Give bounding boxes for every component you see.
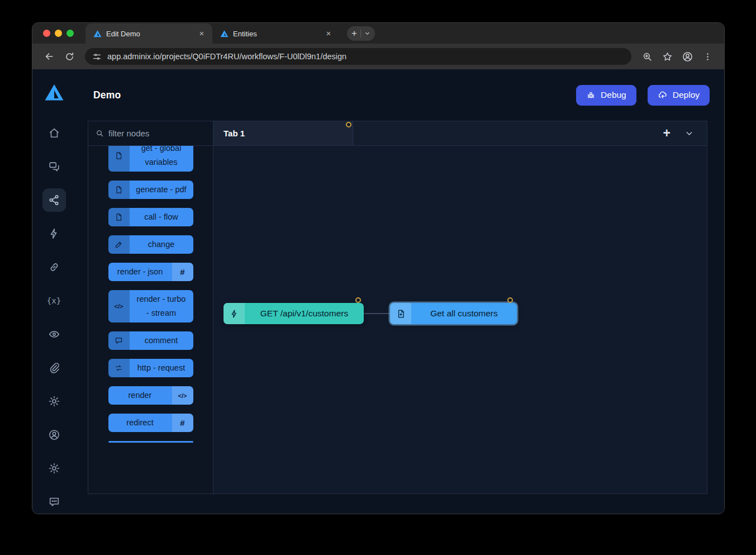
sidebar-item-home[interactable] (47, 126, 61, 140)
zoom-in-icon[interactable] (638, 48, 656, 65)
palette-node-redirect[interactable]: # redirect (108, 414, 193, 432)
sidebar-item-preferences[interactable] (47, 462, 61, 475)
bug-icon (586, 91, 596, 100)
sidebar-item-actions[interactable] (47, 227, 61, 240)
palette-node-label: render (108, 386, 172, 405)
tab-title: Entities (233, 30, 319, 38)
bookmark-star-icon[interactable] (658, 48, 676, 65)
add-canvas-tab-button[interactable]: + (663, 127, 671, 140)
palette-node-render-json[interactable]: # render - json (108, 263, 193, 281)
palette-node-change[interactable]: change (108, 235, 193, 254)
palette-clipped-node (108, 441, 193, 443)
code-icon: </> (108, 290, 130, 322)
palette-node-label: render - turbo - stream (130, 290, 193, 322)
back-button[interactable] (40, 48, 58, 65)
cloud-upload-icon (658, 90, 668, 100)
palette-node-render[interactable]: </> render (108, 386, 193, 405)
file-icon (108, 181, 130, 199)
adminix-favicon-icon (93, 30, 102, 38)
sidebar-item-settings[interactable] (47, 395, 61, 408)
sidebar-item-workflows[interactable] (42, 188, 66, 212)
workflow-editor-panel: get - global variables generate - pdf (88, 121, 707, 494)
palette-node-label: get - global variables (130, 146, 193, 172)
browser-toolbar: app.adminix.io/projects/Q0iFDTr4RU/workf… (32, 44, 724, 69)
palette-node-call-flow[interactable]: call - flow (108, 208, 193, 226)
site-settings-icon[interactable] (92, 52, 102, 61)
canvas-node-label: Get all customers (411, 303, 517, 324)
reload-button[interactable] (60, 48, 78, 65)
canvas-top-port[interactable] (346, 122, 351, 127)
app-page: {x} (32, 69, 724, 514)
browser-window: Edit Demo × Entities × + (32, 22, 725, 514)
swap-arrows-icon (108, 359, 130, 377)
close-tab-icon[interactable]: × (324, 29, 334, 39)
code-icon: </> (172, 386, 193, 405)
sidebar-item-chats[interactable] (47, 160, 61, 173)
filter-nodes-input[interactable] (108, 129, 192, 138)
new-tab-control: + (347, 26, 375, 41)
profile-avatar-icon[interactable] (678, 48, 696, 65)
comment-icon (108, 331, 130, 350)
search-icon (96, 129, 104, 137)
canvas-tab-menu-chevron-icon[interactable] (685, 129, 693, 137)
canvas-tab-label: Tab 1 (224, 129, 245, 138)
node-palette: get - global variables generate - pdf (88, 121, 213, 494)
page-title: Demo (93, 89, 121, 101)
deploy-button[interactable]: Deploy (648, 85, 710, 106)
connection-wire (364, 313, 390, 314)
lightning-icon (224, 303, 245, 324)
browser-menu-icon[interactable] (698, 48, 716, 65)
sidebar-item-observe-eye[interactable] (47, 328, 61, 341)
sidebar-item-feedback[interactable] (47, 495, 61, 509)
palette-node-render-turbo-stream[interactable]: </> render - turbo - stream (108, 290, 193, 322)
palette-node-label: call - flow (130, 208, 193, 226)
browser-tab-strip: Edit Demo × Entities × + (32, 23, 724, 44)
new-tab-button[interactable]: + (351, 29, 357, 38)
node-output-port[interactable] (355, 297, 361, 303)
tab-title: Edit Demo (106, 30, 192, 38)
url-text: app.adminix.io/projects/Q0iFDTr4RU/workf… (107, 52, 346, 61)
close-window-button[interactable] (43, 30, 50, 37)
deploy-button-label: Deploy (673, 90, 700, 100)
header-actions: Debug Deploy (576, 85, 710, 106)
canvas-node-get-all-customers[interactable]: Get all customers (390, 303, 517, 324)
palette-node-get-global-variables[interactable]: get - global variables (108, 146, 193, 172)
canvas-tab-actions: + (663, 127, 707, 140)
palette-node-label: http - request (130, 359, 193, 377)
file-icon (108, 146, 130, 172)
hash-icon: # (172, 263, 193, 281)
palette-node-label: render - json (108, 263, 172, 281)
palette-node-comment[interactable]: comment (108, 331, 193, 350)
tab-search-chevron-icon[interactable] (364, 30, 370, 36)
main-content: Demo Debug Deploy (75, 69, 724, 514)
palette-node-generate-pdf[interactable]: generate - pdf (108, 181, 193, 199)
file-plus-icon (390, 303, 411, 324)
close-tab-icon[interactable]: × (197, 29, 207, 39)
filter-nodes-bar (88, 121, 213, 146)
palette-node-label: change (130, 235, 193, 254)
canvas-node-label: GET /api/v1/customers (245, 303, 364, 324)
sidebar-item-links[interactable] (47, 260, 61, 274)
sidebar-icon-list: {x} (42, 126, 66, 509)
app-sidebar: {x} (32, 69, 75, 514)
edit-icon (108, 235, 130, 254)
palette-node-list: get - global variables generate - pdf (88, 146, 213, 494)
debug-button[interactable]: Debug (576, 85, 636, 106)
zoom-window-button[interactable] (66, 30, 74, 37)
minimize-window-button[interactable] (55, 30, 62, 37)
palette-node-label: redirect (108, 414, 172, 432)
canvas-tab-1[interactable]: Tab 1 (213, 121, 353, 145)
palette-node-http-request[interactable]: http - request (108, 359, 193, 377)
canvas-node-get-api-customers[interactable]: GET /api/v1/customers (224, 303, 364, 324)
workflow-header: Demo Debug Deploy (75, 69, 724, 121)
sidebar-item-variables[interactable]: {x} (47, 294, 61, 307)
browser-tab-edit-demo[interactable]: Edit Demo × (85, 23, 212, 44)
browser-tab-entities[interactable]: Entities × (212, 23, 339, 44)
file-icon (108, 208, 130, 226)
address-bar[interactable]: app.adminix.io/projects/Q0iFDTr4RU/workf… (85, 48, 631, 65)
sidebar-item-account[interactable] (47, 428, 61, 442)
node-output-port[interactable] (507, 297, 513, 303)
workflow-canvas[interactable]: Tab 1 + (213, 121, 707, 494)
sidebar-item-attachments[interactable] (47, 361, 61, 374)
canvas-tab-bar: Tab 1 + (213, 121, 707, 146)
